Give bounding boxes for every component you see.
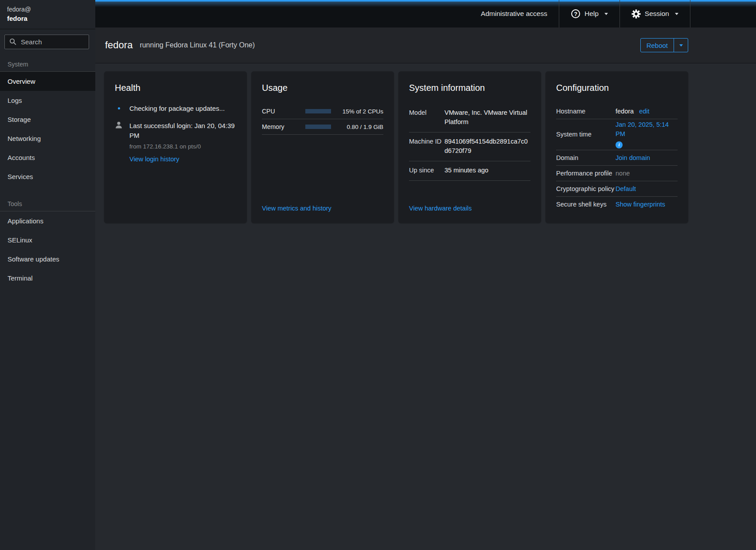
- memory-usage-row: Memory 0.80 / 1.9 GiB: [262, 119, 383, 135]
- sidebar-item-applications[interactable]: Applications: [0, 211, 95, 230]
- masthead: Administrative access ? Help: [95, 0, 756, 27]
- os-release-subtitle: running Fedora Linux 41 (Forty One): [140, 41, 255, 49]
- host-name: fedora: [7, 14, 88, 23]
- usage-card-title: Usage: [262, 83, 383, 93]
- up-since-label: Up since: [409, 166, 444, 175]
- system-information-card: System information Model VMware, Inc. VM…: [398, 71, 541, 223]
- sidebar-item-selinux[interactable]: SELinux: [0, 230, 95, 250]
- sidebar-item-software-updates[interactable]: Software updates: [0, 250, 95, 269]
- chevron-down-icon: [604, 13, 608, 15]
- view-metrics-link[interactable]: View metrics and history: [262, 205, 331, 212]
- view-hardware-details-link[interactable]: View hardware details: [409, 205, 472, 212]
- performance-profile-row: Performance profile none: [556, 166, 678, 181]
- system-information-card-footer: View hardware details: [409, 204, 530, 212]
- sidebar-item-overview[interactable]: Overview: [0, 72, 95, 91]
- system-time-value-wrap: Jan 20, 2025, 5:14 PM i: [616, 120, 678, 148]
- administrative-access-label: Administrative access: [481, 10, 547, 18]
- spinner-icon-col: [115, 104, 123, 114]
- svg-text:?: ?: [574, 11, 577, 17]
- sidebar-item-networking[interactable]: Networking: [0, 129, 95, 148]
- reboot-dropdown-toggle[interactable]: [674, 39, 688, 52]
- package-updates-status: Checking for package updates...: [129, 104, 225, 114]
- user-icon-col: [115, 121, 123, 164]
- info-icon[interactable]: i: [616, 141, 623, 148]
- help-label: Help: [585, 10, 599, 18]
- system-information-card-title: System information: [409, 83, 530, 93]
- edit-hostname-link[interactable]: edit: [639, 108, 649, 115]
- cpu-progress-bar: [305, 109, 331, 113]
- up-since-row: Up since 35 minutes ago: [409, 161, 530, 181]
- model-value: VMware, Inc. VMware Virtual Platform: [444, 108, 530, 127]
- overview-cards: Health Checking for package updates...: [104, 71, 756, 223]
- page-header: fedora running Fedora Linux 41 (Forty On…: [95, 27, 756, 63]
- usage-card: Usage CPU 15% of 2 CPUs Memory 0.80 / 1.…: [251, 71, 394, 223]
- system-time-row: System time Jan 20, 2025, 5:14 PM i: [556, 119, 678, 150]
- help-icon: ?: [571, 9, 581, 19]
- help-menu-button[interactable]: ? Help: [559, 0, 620, 27]
- search-input[interactable]: [4, 35, 89, 49]
- domain-label: Domain: [556, 153, 616, 162]
- last-login-text: Last successful login: Jan 20, 04:39 PM: [129, 122, 235, 140]
- secure-shell-keys-label: Secure shell keys: [556, 200, 616, 209]
- hostname-value-wrap: fedora edit: [616, 107, 678, 116]
- system-time-link[interactable]: Jan 20, 2025, 5:14 PM: [616, 121, 669, 137]
- hostname-value: fedora: [616, 108, 634, 115]
- sidebar-item-services[interactable]: Services: [0, 167, 95, 186]
- cryptographic-policy-value-wrap: Default: [616, 184, 678, 193]
- administrative-access-button[interactable]: Administrative access: [469, 0, 559, 27]
- search-icon: [9, 38, 16, 45]
- configuration-card: Configuration Hostname fedora edit Syste…: [546, 71, 688, 223]
- session-label: Session: [645, 10, 669, 18]
- view-login-history-link[interactable]: View login history: [129, 155, 179, 164]
- sidebar-item-accounts[interactable]: Accounts: [0, 148, 95, 167]
- logged-in-user: fedora@: [7, 5, 88, 14]
- user-icon: [115, 121, 123, 129]
- sidebar-host-header[interactable]: fedora@ fedora: [0, 0, 95, 29]
- nav-section-system: System: [0, 55, 95, 71]
- last-login-detail: from 172.16.238.1 on pts/0: [129, 142, 236, 151]
- domain-value-wrap: Join domain: [616, 153, 678, 162]
- memory-usage-value: 0.80 / 1.9 GiB: [337, 124, 383, 130]
- secure-shell-keys-value-wrap: Show fingerprints: [616, 200, 678, 209]
- nav-spacer: [0, 186, 95, 194]
- sidebar-item-logs[interactable]: Logs: [0, 91, 95, 110]
- sidebar: fedora@ fedora System Overview Logs Stor…: [0, 0, 95, 550]
- hostname-label: Hostname: [556, 107, 616, 116]
- last-login-block: Last successful login: Jan 20, 04:39 PM …: [129, 121, 236, 164]
- loading-spinner-icon: [118, 107, 120, 109]
- system-time-label: System time: [556, 130, 616, 139]
- cryptographic-policy-link[interactable]: Default: [616, 185, 636, 192]
- masthead-right-spacer: [690, 0, 756, 27]
- show-fingerprints-link[interactable]: Show fingerprints: [616, 201, 665, 208]
- performance-profile-label: Performance profile: [556, 169, 616, 178]
- health-card-title: Health: [115, 83, 236, 93]
- reboot-button[interactable]: Reboot: [641, 39, 674, 52]
- last-login-row: Last successful login: Jan 20, 04:39 PM …: [115, 121, 236, 164]
- configuration-card-title: Configuration: [556, 83, 678, 93]
- sidebar-search: [4, 35, 89, 49]
- machine-id-value: 8941069f54154db2891ca7c0d6720f79: [444, 137, 530, 156]
- model-row: Model VMware, Inc. VMware Virtual Platfo…: [409, 104, 530, 133]
- chevron-down-icon: [679, 44, 683, 47]
- sidebar-item-storage[interactable]: Storage: [0, 110, 95, 129]
- join-domain-link[interactable]: Join domain: [616, 154, 650, 161]
- machine-id-label: Machine ID: [409, 137, 444, 156]
- secure-shell-keys-row: Secure shell keys Show fingerprints: [556, 197, 678, 212]
- gear-icon: [631, 9, 641, 19]
- session-menu-button[interactable]: Session: [620, 0, 690, 27]
- cpu-usage-value: 15% of 2 CPUs: [337, 108, 383, 115]
- overview-content: Health Checking for package updates...: [95, 63, 756, 550]
- sidebar-item-terminal[interactable]: Terminal: [0, 269, 95, 288]
- chevron-down-icon: [675, 13, 678, 15]
- health-card: Health Checking for package updates...: [104, 71, 247, 223]
- up-since-value: 35 minutes ago: [444, 166, 530, 175]
- performance-profile-value: none: [616, 169, 678, 178]
- cpu-label: CPU: [262, 108, 305, 115]
- machine-id-row: Machine ID 8941069f54154db2891ca7c0d6720…: [409, 133, 530, 161]
- cpu-usage-row: CPU 15% of 2 CPUs: [262, 104, 383, 119]
- memory-progress-bar: [305, 125, 331, 129]
- cryptographic-policy-label: Cryptographic policy: [556, 184, 616, 193]
- main-column: Administrative access ? Help: [95, 0, 756, 550]
- domain-row: Domain Join domain: [556, 150, 678, 166]
- memory-label: Memory: [262, 123, 305, 130]
